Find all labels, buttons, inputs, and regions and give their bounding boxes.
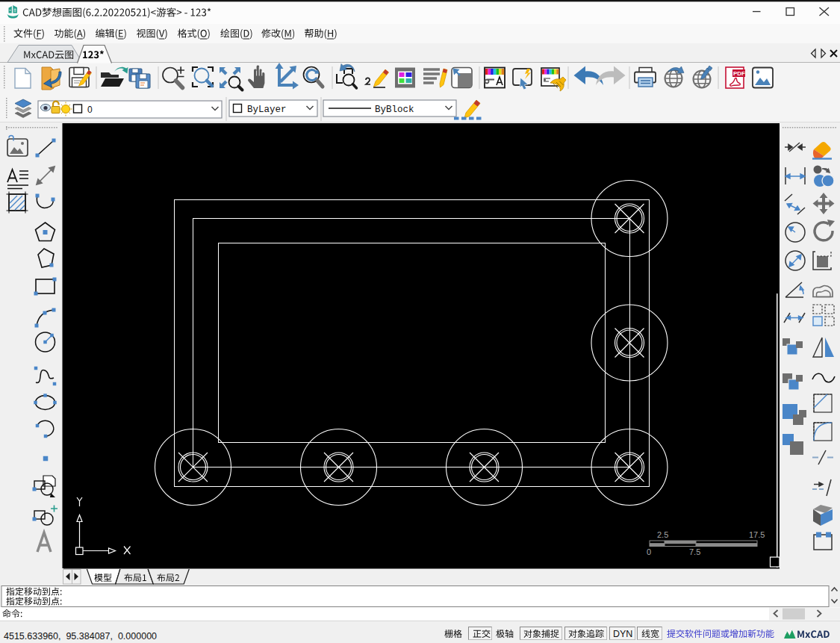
svg-text:17.5: 17.5 [749,530,765,539]
svg-text:0: 0 [647,547,651,556]
svg-text:7.5: 7.5 [689,547,700,556]
svg-text:ByLayer: ByLayer [247,105,287,115]
svg-text:ByBlock: ByBlock [375,105,414,115]
svg-text:PDF: PDF [733,70,745,77]
svg-text:0: 0 [87,105,93,115]
svg-text:2.5: 2.5 [657,530,668,539]
svg-text:4515.633960, 95.384087, 0.00: 4515.633960, 95.384087, 0.000000 [4,631,157,642]
svg-text:DYN: DYN [613,629,632,639]
